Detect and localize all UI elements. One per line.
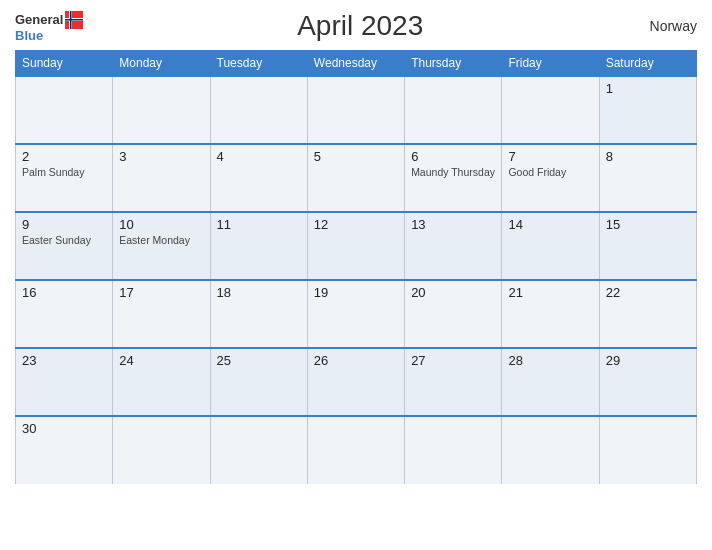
col-sunday: Sunday [16,51,113,77]
day-number: 26 [314,353,398,368]
day-number: 14 [508,217,592,232]
calendar-cell: 4 [210,144,307,212]
day-number: 9 [22,217,106,232]
calendar-cell [405,76,502,144]
day-number: 28 [508,353,592,368]
calendar-cell: 28 [502,348,599,416]
calendar-cell [113,416,210,484]
calendar-cell: 19 [307,280,404,348]
day-number: 10 [119,217,203,232]
calendar-week-row: 30 [16,416,697,484]
day-number: 17 [119,285,203,300]
day-number: 3 [119,149,203,164]
day-event: Easter Sunday [22,234,106,248]
calendar-cell: 22 [599,280,696,348]
page-title: April 2023 [83,10,637,42]
calendar-header-row: Sunday Monday Tuesday Wednesday Thursday… [16,51,697,77]
col-saturday: Saturday [599,51,696,77]
day-number: 8 [606,149,690,164]
country-label: Norway [637,18,697,34]
calendar-cell [16,76,113,144]
calendar-cell [307,416,404,484]
col-wednesday: Wednesday [307,51,404,77]
calendar-cell [210,76,307,144]
day-number: 21 [508,285,592,300]
calendar-cell: 25 [210,348,307,416]
day-number: 13 [411,217,495,232]
col-monday: Monday [113,51,210,77]
calendar-cell [405,416,502,484]
calendar-cell: 16 [16,280,113,348]
day-event: Maundy Thursday [411,166,495,180]
calendar-cell: 10Easter Monday [113,212,210,280]
day-number: 22 [606,285,690,300]
calendar-cell: 18 [210,280,307,348]
calendar-cell [210,416,307,484]
day-number: 4 [217,149,301,164]
calendar-cell: 14 [502,212,599,280]
calendar-cell: 7Good Friday [502,144,599,212]
day-number: 18 [217,285,301,300]
calendar-cell: 30 [16,416,113,484]
col-friday: Friday [502,51,599,77]
calendar-week-row: 23242526272829 [16,348,697,416]
calendar-cell: 15 [599,212,696,280]
calendar-cell: 17 [113,280,210,348]
calendar-cell: 12 [307,212,404,280]
day-event: Good Friday [508,166,592,180]
calendar-cell [502,416,599,484]
day-event: Palm Sunday [22,166,106,180]
calendar-cell [307,76,404,144]
day-number: 5 [314,149,398,164]
day-number: 20 [411,285,495,300]
calendar-cell: 27 [405,348,502,416]
day-number: 19 [314,285,398,300]
calendar-cell: 13 [405,212,502,280]
calendar-cell: 8 [599,144,696,212]
calendar-cell: 5 [307,144,404,212]
calendar-cell: 11 [210,212,307,280]
calendar-cell: 1 [599,76,696,144]
calendar-cell [599,416,696,484]
calendar-cell: 29 [599,348,696,416]
day-number: 27 [411,353,495,368]
logo: General Blue [15,11,83,42]
logo-flag-icon [65,11,83,29]
calendar-cell: 21 [502,280,599,348]
day-number: 7 [508,149,592,164]
day-number: 1 [606,81,690,96]
day-number: 11 [217,217,301,232]
col-thursday: Thursday [405,51,502,77]
calendar-cell: 26 [307,348,404,416]
day-number: 15 [606,217,690,232]
calendar-cell: 20 [405,280,502,348]
day-number: 2 [22,149,106,164]
page-header: General Blue April 2023 Norway [15,10,697,42]
day-number: 24 [119,353,203,368]
calendar-cell: 9Easter Sunday [16,212,113,280]
calendar-cell: 23 [16,348,113,416]
logo-general-text: General [15,13,63,26]
calendar-cell: 2Palm Sunday [16,144,113,212]
day-event: Easter Monday [119,234,203,248]
calendar-page: General Blue April 2023 Norway Sunday Mo… [0,0,712,550]
calendar-cell: 6Maundy Thursday [405,144,502,212]
calendar-cell: 3 [113,144,210,212]
calendar-cell [502,76,599,144]
day-number: 30 [22,421,106,436]
calendar-cell: 24 [113,348,210,416]
day-number: 16 [22,285,106,300]
day-number: 12 [314,217,398,232]
col-tuesday: Tuesday [210,51,307,77]
day-number: 25 [217,353,301,368]
calendar-cell [113,76,210,144]
svg-rect-4 [65,19,83,21]
day-number: 23 [22,353,106,368]
calendar-table: Sunday Monday Tuesday Wednesday Thursday… [15,50,697,484]
calendar-week-row: 1 [16,76,697,144]
calendar-week-row: 9Easter Sunday10Easter Monday1112131415 [16,212,697,280]
calendar-week-row: 16171819202122 [16,280,697,348]
calendar-week-row: 2Palm Sunday3456Maundy Thursday7Good Fri… [16,144,697,212]
logo-blue-text: Blue [15,29,43,42]
day-number: 6 [411,149,495,164]
